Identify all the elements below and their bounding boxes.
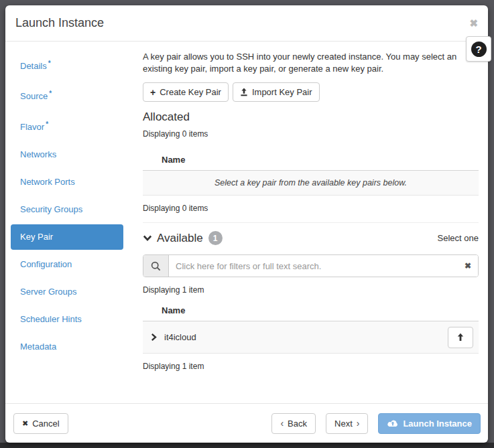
close-icon[interactable]: ✖ bbox=[469, 18, 478, 28]
available-count-top: Displaying 1 item bbox=[143, 285, 479, 295]
up-arrow-icon bbox=[456, 333, 465, 342]
allocated-count-bottom: Displaying 0 items bbox=[143, 204, 479, 213]
chevron-right-icon: › bbox=[357, 419, 360, 428]
key-pair-row[interactable]: it4icloud bbox=[143, 321, 479, 354]
sidebar-item-label: Configuration bbox=[20, 259, 72, 269]
chevron-down-icon[interactable] bbox=[143, 235, 152, 241]
available-count-badge: 1 bbox=[208, 231, 223, 245]
sidebar-item-networks[interactable]: Networks bbox=[11, 142, 123, 167]
cancel-button[interactable]: ✖ Cancel bbox=[13, 413, 68, 434]
back-button[interactable]: ‹ Back bbox=[271, 413, 316, 434]
allocate-up-arrow-button[interactable] bbox=[448, 327, 473, 348]
sidebar-item-label: Metadata bbox=[20, 342, 56, 352]
sidebar-item-label: Server Groups bbox=[20, 287, 77, 297]
step-description: A key pair allows you to SSH into your n… bbox=[143, 51, 465, 75]
page-backdrop-strip bbox=[0, 443, 494, 448]
modal-header: Launch Instance ✖ bbox=[5, 5, 488, 42]
select-one-hint: Select one bbox=[438, 233, 479, 243]
sidebar-item-network-ports[interactable]: Network Ports bbox=[11, 169, 123, 195]
launch-instance-label: Launch Instance bbox=[403, 419, 472, 429]
allocated-name-header: Name bbox=[143, 144, 479, 171]
create-key-pair-label: Create Key Pair bbox=[160, 88, 221, 96]
sidebar-item-label: Key Pair bbox=[20, 232, 53, 242]
import-key-pair-button[interactable]: Import Key Pair bbox=[233, 82, 320, 102]
key-pair-step-panel: A key pair allows you to SSH into your n… bbox=[137, 42, 488, 403]
sidebar-item-label: Details bbox=[20, 61, 47, 71]
modal-body: Details* Source* Flavor* Networks Networ… bbox=[5, 42, 488, 403]
sidebar-item-details[interactable]: Details* bbox=[11, 51, 123, 79]
sidebar-item-label: Source bbox=[20, 92, 48, 102]
search-icon bbox=[143, 255, 169, 277]
sidebar-item-source[interactable]: Source* bbox=[11, 81, 123, 109]
search-input[interactable] bbox=[169, 255, 478, 277]
sidebar-item-label: Flavor bbox=[20, 122, 44, 132]
import-key-pair-label: Import Key Pair bbox=[252, 88, 312, 96]
available-heading: Available bbox=[157, 232, 203, 245]
chevron-right-icon[interactable] bbox=[149, 331, 158, 343]
sidebar-item-label: Security Groups bbox=[20, 204, 82, 214]
cancel-label: Cancel bbox=[32, 419, 59, 429]
search-input-wrap: ✖ bbox=[169, 255, 478, 277]
sidebar-item-flavor[interactable]: Flavor* bbox=[11, 112, 123, 140]
modal-footer: ✖ Cancel ‹ Back Next › Launch Instance bbox=[5, 403, 488, 443]
key-pair-actions: + Create Key Pair Import Key Pair bbox=[143, 82, 479, 102]
upload-icon bbox=[240, 88, 248, 96]
available-count-bottom: Displaying 1 item bbox=[143, 362, 479, 371]
filter-search-bar: ✖ bbox=[143, 254, 479, 277]
sidebar-item-server-groups[interactable]: Server Groups bbox=[11, 279, 123, 305]
wizard-nav-buttons: ‹ Back Next › Launch Instance bbox=[271, 413, 481, 434]
required-asterisk: * bbox=[46, 121, 48, 128]
available-name-header: Name bbox=[143, 295, 479, 321]
clear-search-icon[interactable]: ✖ bbox=[465, 262, 471, 270]
cloud-upload-icon bbox=[387, 419, 399, 428]
sidebar-item-key-pair[interactable]: Key Pair bbox=[11, 224, 123, 250]
help-button[interactable]: ? bbox=[466, 36, 491, 62]
sidebar-item-configuration[interactable]: Configuration bbox=[11, 252, 123, 277]
launch-instance-button[interactable]: Launch Instance bbox=[378, 413, 481, 434]
allocated-count-top: Displaying 0 items bbox=[143, 129, 479, 139]
sidebar-item-label: Networks bbox=[20, 149, 56, 159]
allocated-heading: Allocated bbox=[143, 110, 479, 124]
required-asterisk: * bbox=[48, 60, 51, 67]
question-circle-icon: ? bbox=[471, 42, 487, 57]
required-asterisk: * bbox=[49, 90, 52, 97]
create-key-pair-button[interactable]: + Create Key Pair bbox=[143, 82, 229, 102]
sidebar-item-label: Scheduler Hints bbox=[20, 314, 82, 324]
key-pair-name: it4icloud bbox=[164, 332, 196, 342]
launch-instance-modal: Launch Instance ✖ ? Details* Source* Fla… bbox=[5, 5, 488, 443]
allocated-empty-message: Select a key pair from the available key… bbox=[143, 171, 479, 196]
next-label: Next bbox=[334, 419, 353, 429]
plus-icon: + bbox=[150, 88, 156, 97]
sidebar-item-metadata[interactable]: Metadata bbox=[11, 334, 123, 360]
chevron-left-icon: ‹ bbox=[280, 419, 284, 428]
available-header: Available 1 Select one bbox=[143, 231, 479, 245]
sidebar-item-security-groups[interactable]: Security Groups bbox=[11, 197, 123, 222]
sidebar-item-label: Network Ports bbox=[20, 177, 75, 187]
next-button[interactable]: Next › bbox=[326, 413, 368, 434]
wizard-step-list: Details* Source* Flavor* Networks Networ… bbox=[5, 42, 137, 403]
sidebar-item-scheduler-hints[interactable]: Scheduler Hints bbox=[11, 307, 123, 332]
modal-title: Launch Instance bbox=[15, 16, 104, 30]
back-label: Back bbox=[288, 419, 307, 429]
section-divider bbox=[143, 222, 479, 223]
cancel-x-icon: ✖ bbox=[22, 420, 28, 427]
